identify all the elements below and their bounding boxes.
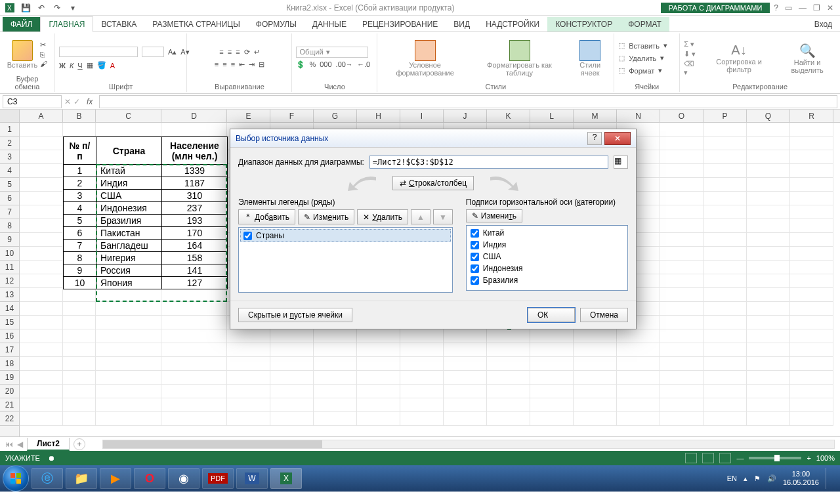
cell[interactable] bbox=[617, 385, 660, 398]
category-checkbox[interactable] bbox=[471, 276, 479, 285]
cell[interactable] bbox=[704, 385, 747, 398]
cell[interactable] bbox=[660, 123, 704, 136]
cell[interactable] bbox=[790, 192, 833, 205]
cell[interactable] bbox=[790, 123, 833, 136]
cell[interactable] bbox=[574, 329, 617, 343]
dialog-help-icon[interactable]: ? bbox=[587, 132, 602, 145]
cell[interactable] bbox=[96, 316, 161, 329]
table-cell[interactable]: 4 bbox=[64, 202, 96, 215]
category-checkbox[interactable] bbox=[471, 264, 479, 273]
align-center-icon[interactable]: ≡ bbox=[222, 60, 226, 68]
font-size-combo[interactable] bbox=[142, 47, 164, 57]
cell[interactable] bbox=[20, 385, 63, 398]
cell[interactable] bbox=[96, 385, 161, 398]
cell[interactable] bbox=[314, 398, 357, 412]
cell[interactable] bbox=[444, 398, 487, 412]
cell[interactable] bbox=[617, 357, 660, 371]
cell[interactable] bbox=[660, 261, 704, 274]
task-chrome[interactable]: ◉ bbox=[168, 468, 200, 489]
cell[interactable] bbox=[96, 371, 161, 385]
axis-edit-button[interactable]: ✎Изменить bbox=[466, 209, 522, 222]
tray-volume-icon[interactable]: 🔊 bbox=[767, 474, 776, 483]
increase-font-icon[interactable]: A▴ bbox=[168, 48, 177, 56]
cell[interactable] bbox=[357, 357, 400, 371]
cells-delete-button[interactable]: ⬚ Удалить ▾ bbox=[618, 54, 664, 62]
cell[interactable] bbox=[357, 343, 400, 357]
cell[interactable] bbox=[660, 150, 704, 164]
row-header[interactable]: 13 bbox=[0, 288, 19, 302]
cell[interactable] bbox=[314, 385, 357, 398]
format-as-table-button[interactable]: Форматировать как таблицу bbox=[475, 40, 564, 77]
row-header[interactable]: 2 bbox=[0, 136, 19, 150]
cell[interactable] bbox=[444, 385, 487, 398]
cell[interactable] bbox=[96, 288, 161, 302]
cell[interactable] bbox=[660, 398, 704, 412]
column-header[interactable]: R bbox=[790, 110, 833, 122]
sort-filter-button[interactable]: A↓ Сортировка и фильтр bbox=[705, 43, 773, 74]
table-cell[interactable]: 141 bbox=[162, 264, 228, 277]
name-box[interactable] bbox=[3, 95, 62, 108]
cell[interactable] bbox=[530, 329, 574, 343]
cell[interactable] bbox=[790, 343, 833, 357]
series-add-button[interactable]: ＊Добавить bbox=[238, 209, 295, 224]
cancel-button[interactable]: Отмена bbox=[580, 308, 628, 322]
cell[interactable] bbox=[63, 385, 96, 398]
cell[interactable] bbox=[20, 357, 63, 371]
cell[interactable] bbox=[747, 150, 790, 164]
table-cell[interactable]: Индонезия bbox=[96, 202, 162, 215]
category-item[interactable]: США bbox=[468, 251, 626, 262]
table-cell[interactable]: Пакистан bbox=[96, 227, 162, 240]
cell[interactable] bbox=[617, 343, 660, 357]
cell[interactable] bbox=[790, 288, 833, 302]
task-opera[interactable]: O bbox=[134, 468, 165, 489]
cell[interactable] bbox=[660, 316, 704, 329]
column-header[interactable]: O bbox=[660, 110, 704, 122]
align-top-icon[interactable]: ≡ bbox=[219, 48, 223, 56]
cell[interactable] bbox=[63, 123, 96, 136]
category-checkbox[interactable] bbox=[471, 229, 479, 238]
underline-icon[interactable]: Ч bbox=[77, 62, 82, 70]
column-header[interactable]: F bbox=[270, 110, 314, 122]
table-cell[interactable]: 2 bbox=[64, 177, 96, 190]
cell[interactable] bbox=[20, 316, 63, 329]
cell[interactable] bbox=[20, 274, 63, 288]
cell[interactable] bbox=[704, 288, 747, 302]
cell[interactable] bbox=[574, 357, 617, 371]
column-header[interactable]: B bbox=[63, 110, 96, 122]
copy-icon[interactable]: ⎘ bbox=[40, 51, 47, 58]
tab-addins[interactable]: НАДСТРОЙКИ bbox=[478, 17, 547, 32]
table-cell[interactable]: Индия bbox=[96, 177, 162, 190]
cell[interactable] bbox=[747, 385, 790, 398]
row-header[interactable]: 10 bbox=[0, 247, 19, 261]
cell[interactable] bbox=[400, 357, 444, 371]
table-cell[interactable]: Нигерия bbox=[96, 252, 162, 264]
decrease-indent-icon[interactable]: ⇤ bbox=[239, 60, 245, 69]
cell[interactable] bbox=[270, 385, 314, 398]
cell[interactable] bbox=[270, 357, 314, 371]
accounting-format-icon[interactable]: 💲 bbox=[296, 60, 305, 69]
cell[interactable] bbox=[747, 247, 790, 261]
column-header[interactable]: K bbox=[487, 110, 530, 122]
category-item[interactable]: Китай bbox=[468, 227, 626, 239]
row-header[interactable]: 6 bbox=[0, 192, 19, 205]
cell[interactable] bbox=[20, 371, 63, 385]
cell[interactable] bbox=[704, 205, 747, 219]
font-color-icon[interactable]: A bbox=[110, 62, 115, 70]
page-break-view-icon[interactable] bbox=[719, 453, 731, 463]
table-cell[interactable]: 127 bbox=[162, 277, 228, 289]
cell[interactable] bbox=[790, 398, 833, 412]
cell[interactable] bbox=[20, 150, 63, 164]
column-header[interactable]: D bbox=[161, 110, 227, 122]
cell[interactable] bbox=[314, 357, 357, 371]
series-edit-button[interactable]: ✎Изменить bbox=[298, 209, 354, 224]
align-bottom-icon[interactable]: ≡ bbox=[236, 48, 240, 56]
zoom-slider[interactable] bbox=[749, 457, 801, 459]
categories-list[interactable]: Китай Индия США Индонезия Бразилия bbox=[466, 225, 628, 291]
cell[interactable] bbox=[20, 247, 63, 261]
align-right-icon[interactable]: ≡ bbox=[231, 60, 235, 68]
cell[interactable] bbox=[660, 178, 704, 192]
zoom-level[interactable]: 100% bbox=[816, 454, 835, 462]
cell[interactable] bbox=[790, 316, 833, 329]
cell[interactable] bbox=[400, 398, 444, 412]
start-button[interactable] bbox=[3, 465, 29, 492]
